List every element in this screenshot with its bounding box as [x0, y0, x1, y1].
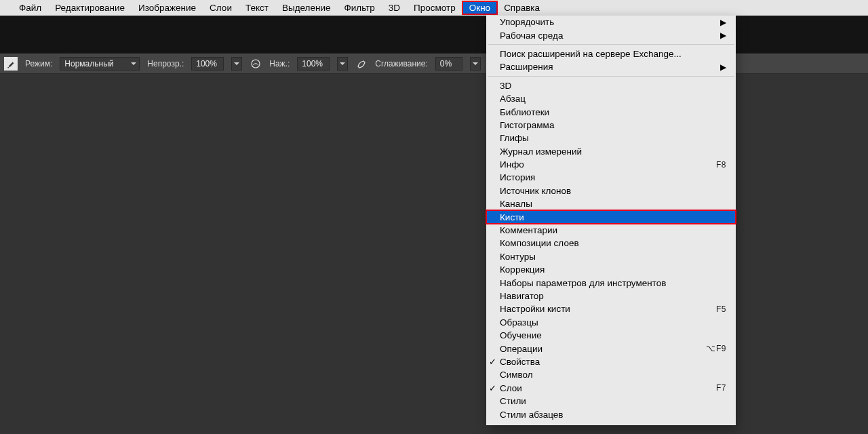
menu-item[interactable]: Стили: [486, 395, 736, 408]
menu-item-label: Кисти: [500, 212, 726, 222]
menu-item-label: Расширения: [500, 62, 720, 72]
chevron-down-icon: [473, 62, 478, 65]
menu-item[interactable]: Композиции слоев: [486, 237, 736, 250]
menu-window[interactable]: Окно: [462, 1, 497, 14]
menu-item[interactable]: Гистограмма: [486, 119, 736, 132]
airbrush-icon[interactable]: [355, 58, 368, 70]
window-menu-dropdown: Упорядочить▶Рабочая среда▶ Поиск расшире…: [486, 16, 736, 425]
menu-item-label: Слои: [500, 383, 716, 393]
menu-item-label: Стили абзацев: [500, 410, 726, 420]
mode-label: Режим:: [25, 59, 52, 68]
menu-item[interactable]: Рабочая среда▶: [486, 28, 736, 41]
menu-help[interactable]: Справка: [497, 1, 547, 14]
menu-item-label: Образцы: [500, 317, 726, 328]
menu-edit[interactable]: Редактирование: [48, 1, 132, 14]
menu-item[interactable]: Упорядочить▶: [486, 16, 736, 28]
flow-label: Наж.:: [269, 59, 290, 68]
menu-item[interactable]: Поиск расширений на сервере Exchange...: [486, 47, 736, 60]
menu-view[interactable]: Просмотр: [407, 1, 462, 14]
menu-item-label: Инфо: [500, 159, 716, 170]
menu-item-label: Контуры: [500, 252, 726, 262]
menu-item[interactable]: Библиотеки: [486, 105, 736, 118]
menu-item[interactable]: 3D: [486, 79, 736, 92]
menu-item-label: Обучение: [500, 330, 726, 340]
menu-item-label: Стили: [500, 396, 726, 406]
menu-layers[interactable]: Слои: [203, 1, 239, 14]
menu-item[interactable]: Символ: [486, 368, 736, 381]
smoothing-field[interactable]: 0%: [435, 57, 462, 71]
menu-item[interactable]: Операции⌥F9: [486, 342, 736, 355]
smoothing-stepper[interactable]: [470, 57, 481, 71]
menu-item-label: Каналы: [500, 199, 726, 209]
menu-item[interactable]: Образцы: [486, 316, 736, 329]
menu-item[interactable]: Контуры: [486, 250, 736, 263]
menu-item-label: Поиск расширений на сервере Exchange...: [500, 49, 726, 59]
brush-icon: [6, 59, 16, 68]
menu-item-label: Упорядочить: [500, 17, 720, 27]
menu-item[interactable]: Стили абзацев: [486, 408, 736, 420]
menu-item[interactable]: Обучение: [486, 329, 736, 342]
opacity-stepper[interactable]: [231, 57, 242, 71]
submenu-arrow-icon: ▶: [720, 31, 726, 40]
menu-item-label: Комментарии: [500, 225, 726, 235]
menu-item[interactable]: Каналы: [486, 197, 736, 210]
menu-item-label: История: [500, 172, 726, 182]
menu-item-label: Библиотеки: [500, 107, 726, 117]
chevron-down-icon: [340, 62, 345, 65]
brush-tool-swatch[interactable]: [4, 57, 18, 71]
menu-select[interactable]: Выделение: [275, 1, 338, 14]
menu-text[interactable]: Текст: [239, 1, 275, 14]
menu-item[interactable]: ИнфоF8: [486, 158, 736, 171]
menu-item[interactable]: Настройки кистиF5: [486, 302, 736, 315]
menu-item-label: Рабочая среда: [500, 31, 720, 41]
chevron-down-icon: [131, 62, 136, 65]
menu-item-label: Композиции слоев: [500, 238, 726, 248]
menu-item[interactable]: Источник клонов: [486, 184, 736, 197]
menu-3d[interactable]: 3D: [382, 1, 407, 14]
menu-item-label: Наборы параметров для инструментов: [500, 278, 726, 288]
menu-item[interactable]: Глифы: [486, 132, 736, 144]
menu-item-label: Коррекция: [500, 264, 726, 275]
menu-item-label: Журнал измерений: [500, 146, 726, 157]
tool-options-bar: Режим: Нормальный Непрозр.: 100% Наж.: 1…: [0, 54, 868, 74]
menu-item[interactable]: Коррекция: [486, 263, 736, 276]
document-tabbar-dark-area: [0, 16, 868, 54]
smoothing-value: 0%: [440, 59, 452, 68]
menu-item-shortcut: F5: [716, 304, 726, 314]
menu-item[interactable]: Журнал измерений: [486, 145, 736, 158]
menu-item[interactable]: Комментарии: [486, 224, 736, 237]
main-menubar: Файл Редактирование Изображение Слои Тек…: [0, 0, 868, 16]
menu-item-label: Навигатор: [500, 291, 726, 301]
check-icon: ✓: [489, 383, 496, 393]
menu-image[interactable]: Изображение: [132, 1, 203, 14]
menu-item[interactable]: Навигатор: [486, 290, 736, 302]
flow-value: 100%: [302, 59, 323, 68]
menu-item-label: Свойства: [500, 357, 726, 367]
menu-item-label: Операции: [500, 344, 706, 354]
submenu-arrow-icon: ▶: [720, 18, 726, 27]
mode-select[interactable]: Нормальный: [60, 57, 140, 71]
menu-file[interactable]: Файл: [12, 1, 48, 14]
menu-item[interactable]: ✓Свойства: [486, 355, 736, 368]
flow-field[interactable]: 100%: [297, 57, 330, 71]
menu-filter[interactable]: Фильтр: [337, 1, 381, 14]
menu-separator: [486, 42, 736, 47]
menu-item-label: Абзац: [500, 94, 726, 104]
submenu-arrow-icon: ▶: [720, 62, 726, 72]
menu-item[interactable]: Кисти: [486, 210, 736, 223]
menu-item-shortcut: F7: [716, 383, 726, 393]
mode-value: Нормальный: [64, 59, 113, 68]
pressure-opacity-icon[interactable]: [250, 58, 262, 70]
flow-stepper[interactable]: [337, 57, 348, 71]
menu-item[interactable]: История: [486, 171, 736, 184]
menu-item[interactable]: ✓СлоиF7: [486, 382, 736, 395]
chevron-down-icon: [234, 62, 239, 65]
menu-item[interactable]: Расширения▶: [486, 60, 736, 73]
opacity-field[interactable]: 100%: [191, 57, 224, 71]
smoothing-label: Сглаживание:: [375, 59, 427, 68]
menu-item-shortcut: F8: [716, 160, 726, 170]
menu-item[interactable]: Абзац: [486, 92, 736, 105]
opacity-value: 100%: [196, 59, 217, 68]
menu-item-label: Глифы: [500, 133, 726, 143]
menu-item[interactable]: Наборы параметров для инструментов: [486, 276, 736, 289]
